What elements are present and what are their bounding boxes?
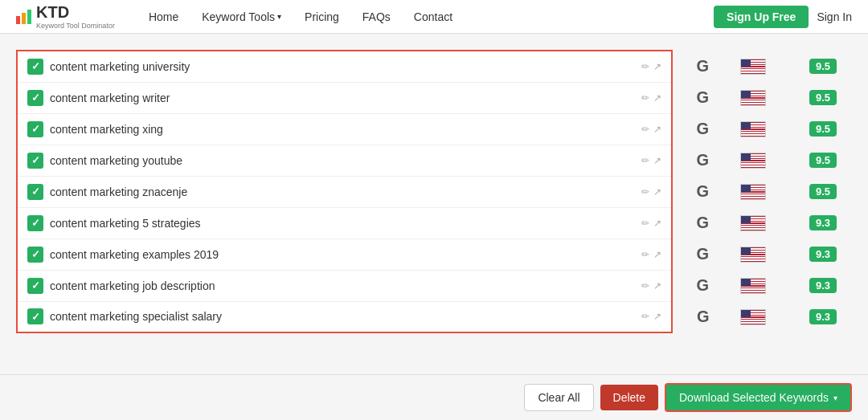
external-link-icon[interactable]: ↗ — [653, 92, 661, 104]
action-icons: ✏ ↗ — [641, 249, 661, 260]
edit-icon[interactable]: ✏ — [641, 124, 649, 135]
nav-contact[interactable]: Contact — [404, 0, 462, 34]
navbar: KTD Keyword Tool Dominator Home Keyword … — [0, 0, 868, 34]
keyword-checkbox[interactable] — [27, 215, 43, 231]
chevron-down-icon: ▾ — [277, 12, 281, 21]
source-cell: G — [672, 51, 733, 82]
edit-icon[interactable]: ✏ — [641, 280, 649, 292]
keyword-checkbox[interactable] — [27, 59, 43, 75]
score-cell: 9.5 — [795, 176, 851, 207]
external-link-icon[interactable]: ↗ — [653, 61, 661, 72]
keyword-checkbox[interactable] — [27, 153, 43, 169]
keyword-checkbox[interactable] — [27, 308, 43, 324]
keyword-row: content marketing job description ✏ ↗ — [18, 271, 671, 300]
keyword-text: content marketing writer — [50, 92, 635, 104]
keyword-checkbox[interactable] — [27, 247, 43, 263]
external-link-icon[interactable]: ↗ — [653, 155, 661, 166]
source-cell: G — [672, 239, 733, 270]
score-badge: 9.3 — [809, 247, 837, 262]
edit-icon[interactable]: ✏ — [641, 61, 649, 72]
external-link-icon[interactable]: ↗ — [653, 186, 661, 198]
keyword-text: content marketing xing — [50, 123, 635, 136]
edit-icon[interactable]: ✏ — [641, 249, 649, 260]
external-link-icon[interactable]: ↗ — [653, 249, 661, 260]
score-badge: 9.5 — [809, 121, 837, 137]
edit-icon[interactable]: ✏ — [641, 311, 649, 322]
logo-bar-orange — [22, 13, 26, 24]
keyword-text: content marketing job description — [50, 279, 635, 292]
results-table: content marketing university ✏ ↗ G9.5con… — [16, 50, 852, 333]
flag-cell — [734, 176, 795, 207]
logo-bar-green — [27, 10, 31, 24]
score-cell: 9.5 — [795, 113, 851, 145]
score-badge: 9.3 — [809, 215, 837, 230]
keyword-checkbox[interactable] — [27, 184, 43, 200]
logo: KTD Keyword Tool Dominator — [16, 3, 115, 30]
keyword-checkbox[interactable] — [27, 90, 43, 106]
external-link-icon[interactable]: ↗ — [653, 280, 661, 292]
external-link-icon[interactable]: ↗ — [653, 311, 661, 322]
score-badge: 9.5 — [809, 90, 837, 105]
score-cell: 9.3 — [795, 239, 851, 270]
edit-icon[interactable]: ✏ — [641, 218, 649, 229]
nav-home[interactable]: Home — [139, 0, 188, 34]
keyword-row: content marketing university ✏ ↗ — [18, 52, 671, 81]
keyword-row: content marketing examples 2019 ✏ ↗ — [18, 240, 671, 269]
logo-bar-red — [16, 16, 20, 24]
download-button[interactable]: Download Selected Keywords ▾ — [665, 383, 852, 398]
action-icons: ✏ ↗ — [641, 218, 661, 229]
logo-name: KTD — [36, 3, 69, 21]
keyword-checkbox[interactable] — [27, 121, 43, 137]
source-cell: G — [672, 270, 733, 301]
delete-button[interactable]: Delete — [600, 385, 658, 398]
action-icons: ✏ ↗ — [641, 61, 661, 72]
signup-button[interactable]: Sign Up Free — [714, 6, 809, 28]
score-badge: 9.3 — [809, 278, 837, 293]
nav-links: Home Keyword Tools ▾ Pricing FAQs Contac… — [139, 0, 714, 34]
logo-text: KTD Keyword Tool Dominator — [36, 3, 115, 30]
score-cell: 9.3 — [795, 207, 851, 239]
logo-bars — [16, 10, 31, 24]
action-icons: ✏ ↗ — [641, 186, 661, 198]
edit-icon[interactable]: ✏ — [641, 155, 649, 166]
nav-faqs[interactable]: FAQs — [353, 0, 400, 34]
nav-pricing[interactable]: Pricing — [295, 0, 349, 34]
action-icons: ✏ ↗ — [641, 311, 661, 322]
flag-cell — [734, 270, 795, 301]
score-badge: 9.5 — [809, 153, 837, 168]
keyword-text: content marketing 5 strategies — [50, 217, 635, 230]
flag-cell — [734, 113, 795, 145]
download-label: Download Selected Keywords — [679, 391, 829, 398]
keyword-row: content marketing znacenje ✏ ↗ — [18, 177, 671, 206]
source-cell: G — [672, 301, 733, 332]
external-link-icon[interactable]: ↗ — [653, 218, 661, 229]
keyword-text: content marketing youtube — [50, 154, 635, 167]
edit-icon[interactable]: ✏ — [641, 186, 649, 198]
source-cell: G — [672, 113, 733, 145]
score-cell: 9.3 — [795, 270, 851, 301]
flag-cell — [734, 51, 795, 82]
score-cell: 9.5 — [795, 145, 851, 176]
keyword-row: content marketing youtube ✏ ↗ — [18, 146, 671, 175]
score-badge: 9.5 — [809, 59, 837, 74]
score-cell: 9.5 — [795, 82, 851, 113]
logo-subtitle: Keyword Tool Dominator — [36, 22, 115, 30]
external-link-icon[interactable]: ↗ — [653, 124, 661, 135]
keyword-text: content marketing specialist salary — [50, 310, 635, 323]
flag-cell — [734, 145, 795, 176]
keyword-row: content marketing 5 strategies ✏ ↗ — [18, 209, 671, 238]
edit-icon[interactable]: ✏ — [641, 92, 649, 104]
keyword-row: content marketing xing ✏ ↗ — [18, 115, 671, 144]
clear-all-button[interactable]: Clear All — [524, 384, 593, 398]
signin-button[interactable]: Sign In — [817, 10, 852, 23]
flag-cell — [734, 301, 795, 332]
score-cell: 9.5 — [795, 51, 851, 82]
score-badge: 9.3 — [809, 309, 837, 324]
keyword-checkbox[interactable] — [27, 278, 43, 294]
source-cell: G — [672, 145, 733, 176]
keyword-row: content marketing writer ✏ ↗ — [18, 84, 671, 112]
flag-cell — [734, 239, 795, 270]
chevron-down-icon: ▾ — [833, 393, 837, 398]
score-cell: 9.3 — [795, 301, 851, 332]
nav-keyword-tools[interactable]: Keyword Tools ▾ — [192, 0, 291, 34]
